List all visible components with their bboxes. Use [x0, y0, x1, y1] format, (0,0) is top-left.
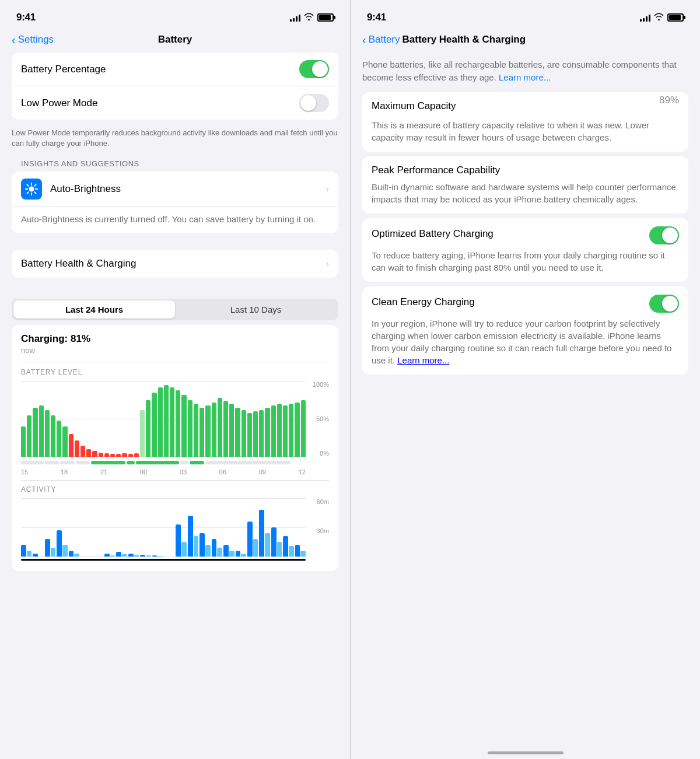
back-label-settings: Settings [18, 34, 54, 46]
activity-label: ACTIVITY [21, 485, 329, 494]
battery-icon-right [667, 13, 684, 22]
back-label-battery: Battery [369, 34, 400, 46]
nav-bar-right: ‹ Battery Battery Health & Charging [351, 32, 700, 53]
chart-x-labels: 15 18 21 00 03 06 09 12 [21, 468, 329, 475]
activity-chart: 60m 30m [21, 498, 329, 557]
optimized-charging-card: Optimized Battery Charging To reduce bat… [362, 218, 688, 282]
auto-brightness-chevron: › [326, 184, 329, 194]
wifi-icon [304, 13, 314, 22]
home-indicator [488, 751, 564, 754]
clean-energy-toggle[interactable] [649, 295, 679, 313]
svg-line-5 [27, 185, 29, 186]
learn-more-link-intro[interactable]: Learn more... [499, 72, 551, 82]
toggles-card: Battery Percentage Low Power Mode [12, 53, 338, 120]
tab-selector[interactable]: Last 24 Hours Last 10 Days [12, 299, 338, 320]
chevron-left-icon: ‹ [12, 34, 16, 46]
battery-percentage-toggle[interactable] [299, 60, 329, 78]
max-capacity-desc: This is a measure of battery capacity re… [372, 119, 679, 144]
charging-indicators [21, 459, 329, 466]
auto-brightness-row[interactable]: Auto-Brightness › [12, 172, 338, 207]
chart-y-labels: 100% 50% 0% [308, 381, 329, 457]
battery-health-section: Battery Health & Charging › [12, 250, 338, 278]
learn-more-link-clean[interactable]: Learn more... [397, 355, 449, 365]
clean-energy-label: Clean Energy Charging [372, 296, 475, 308]
activity-bars [21, 498, 306, 557]
signal-icon-right [640, 13, 650, 22]
battery-health-label: Battery Health & Charging [21, 258, 136, 270]
battery-health-row[interactable]: Battery Health & Charging › [12, 250, 338, 278]
toggles-section: Battery Percentage Low Power Mode [12, 53, 338, 120]
optimized-charging-label: Optimized Battery Charging [372, 228, 494, 240]
battery-bars [21, 381, 306, 457]
page-title-battery: Battery [158, 34, 192, 46]
battery-level-label: BATTERY LEVEL [21, 368, 329, 376]
auto-brightness-desc: Auto-Brightness is currently turned off.… [12, 207, 338, 233]
time-left: 9:41 [16, 12, 36, 23]
activity-y-labels: 60m 30m [308, 498, 329, 557]
peak-performance-desc: Built-in dynamic software and hardware s… [372, 181, 679, 205]
insights-label: INSIGHTS AND SUGGESTIONS [0, 155, 350, 172]
back-button-battery[interactable]: ‹ Battery [362, 34, 400, 46]
low-power-mode-label: Low Power Mode [21, 97, 97, 109]
max-capacity-value: 89% [659, 95, 679, 106]
status-bar-right: 9:41 [351, 0, 700, 32]
max-capacity-card: Maximum Capacity 89% This is a measure o… [362, 92, 688, 152]
low-power-mode-row[interactable]: Low Power Mode [12, 86, 338, 120]
svg-line-8 [27, 193, 29, 194]
status-icons-right [640, 13, 684, 22]
chevron-left-icon-right: ‹ [362, 34, 366, 46]
left-panel: 9:41 ‹ Settings [0, 0, 350, 759]
status-icons-left [290, 13, 334, 22]
battery-percentage-label: Battery Percentage [21, 64, 106, 75]
max-capacity-label: Maximum Capacity [372, 100, 456, 112]
wifi-icon-right [654, 13, 664, 22]
insights-section: Auto-Brightness › Auto-Brightness is cur… [12, 172, 338, 233]
optimized-charging-row[interactable]: Optimized Battery Charging [372, 226, 679, 244]
battery-health-chevron: › [326, 258, 329, 269]
clean-energy-row[interactable]: Clean Energy Charging [372, 295, 679, 313]
battery-level-chart: 100% 50% 0% [21, 381, 329, 457]
time-right: 9:41 [367, 12, 386, 23]
chart-section: Last 24 Hours Last 10 Days Charging: 81%… [12, 299, 338, 571]
svg-point-0 [29, 187, 34, 192]
tab-24h[interactable]: Last 24 Hours [13, 300, 175, 319]
battery-icon [317, 13, 334, 22]
battery-percentage-row[interactable]: Battery Percentage [12, 53, 338, 86]
insights-card: Auto-Brightness › Auto-Brightness is cur… [12, 172, 338, 233]
svg-line-6 [34, 193, 36, 194]
nav-bar-left: ‹ Settings Battery [0, 32, 350, 53]
optimized-charging-desc: To reduce battery aging, iPhone learns f… [372, 249, 679, 274]
chart-card: Charging: 81% now BATTERY LEVEL 100% 50%… [12, 325, 338, 571]
svg-line-7 [34, 185, 36, 186]
clean-energy-card: Clean Energy Charging In your region, iP… [362, 286, 688, 375]
clean-energy-desc: In your region, iPhone will try to reduc… [372, 317, 679, 366]
status-bar-left: 9:41 [0, 0, 350, 32]
charging-text: Charging: 81% [21, 333, 329, 345]
now-text: now [21, 346, 329, 355]
peak-performance-label: Peak Performance Capability [372, 165, 679, 176]
max-capacity-row: Maximum Capacity 89% [372, 100, 679, 114]
auto-brightness-icon [21, 179, 42, 200]
optimized-charging-toggle[interactable] [649, 226, 679, 244]
low-power-desc: Low Power Mode temporarily reduces backg… [0, 124, 350, 155]
back-button-settings[interactable]: ‹ Settings [12, 34, 54, 46]
auto-brightness-label: Auto-Brightness [50, 183, 318, 195]
intro-text: Phone batteries, like all rechargeable b… [351, 53, 700, 92]
tab-10d[interactable]: Last 10 Days [175, 300, 337, 319]
peak-performance-card: Peak Performance Capability Built-in dyn… [362, 156, 688, 214]
right-panel: 9:41 ‹ Battery B [350, 0, 700, 759]
signal-icon [290, 13, 300, 22]
low-power-mode-toggle[interactable] [299, 94, 329, 112]
page-title-health: Battery Health & Charging [402, 34, 526, 46]
screen-on-indicator [21, 559, 306, 561]
battery-health-card[interactable]: Battery Health & Charging › [12, 250, 338, 278]
